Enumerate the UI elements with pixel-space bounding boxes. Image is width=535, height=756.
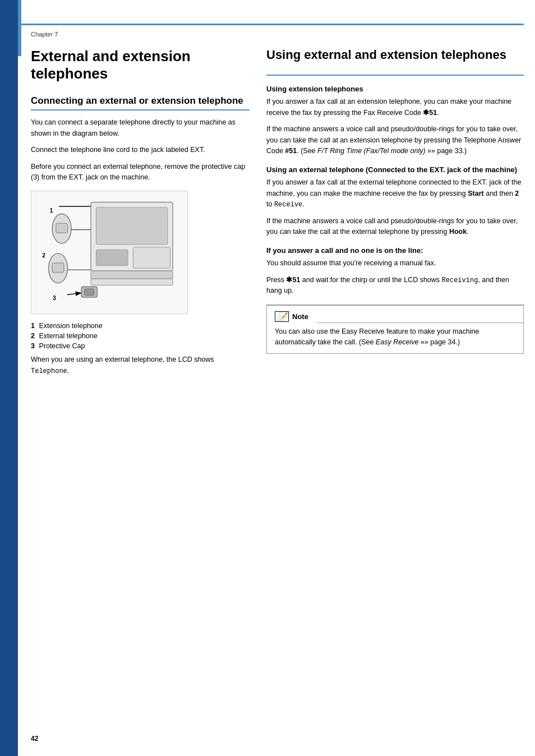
right-sub3-para2: Press ✱51 and wait for the chirp or unti… bbox=[266, 275, 524, 297]
list-label-3: Protective Cap bbox=[39, 342, 85, 350]
left-column: External and extension telephones Connec… bbox=[31, 48, 250, 382]
section-heading-connecting: Connecting an external or extension tele… bbox=[31, 95, 250, 110]
chapter-label: Chapter 7 bbox=[31, 31, 524, 38]
right-sub1-para2: If the machine answers a voice call and … bbox=[266, 124, 524, 156]
diagram-box: 1 2 3 bbox=[31, 191, 188, 314]
svg-line-17 bbox=[67, 293, 81, 295]
note-text: You can also use the Easy Receive featur… bbox=[275, 326, 515, 348]
list-num-2: 2 bbox=[31, 332, 35, 340]
right-sub1-para2-text: If the machine answers a voice call and … bbox=[266, 125, 521, 155]
sub-heading-no-one: If you answer a call and no one is on th… bbox=[266, 246, 524, 255]
note-text-content: You can also use the Easy Receive featur… bbox=[275, 328, 479, 346]
svg-rect-8 bbox=[56, 223, 68, 233]
right-sub3-para1: You should assume that you’re receiving … bbox=[266, 258, 524, 269]
svg-text:3: 3 bbox=[53, 295, 56, 301]
right-sub2-para2: If the machine answers a voice call and … bbox=[266, 216, 524, 238]
left-para4-after: . bbox=[67, 367, 69, 375]
page-number: 42 bbox=[31, 735, 38, 743]
list-item-3: 3 Protective Cap bbox=[31, 342, 250, 350]
left-para1: You can connect a separate telephone dir… bbox=[31, 117, 250, 139]
note-icon: 📝 bbox=[275, 311, 289, 322]
list-num-3: 3 bbox=[31, 342, 35, 350]
list-label-2: External telephone bbox=[39, 332, 97, 340]
svg-rect-16 bbox=[85, 289, 94, 295]
svg-rect-12 bbox=[52, 263, 64, 273]
note-line bbox=[317, 322, 523, 323]
diagram-svg: 1 2 3 bbox=[37, 197, 182, 308]
note-header: 📝 Note bbox=[275, 311, 515, 322]
sub-heading-external: Using an external telephone (Connected t… bbox=[266, 165, 524, 174]
left-para4-before: When you are using an external telephone… bbox=[31, 356, 214, 363]
sidebar-strip bbox=[0, 0, 18, 756]
main-title-left: External and extension telephones bbox=[31, 48, 250, 82]
right-sub2-para2-text: If the machine answers a voice call and … bbox=[266, 217, 518, 236]
right-sub1-para1-text: If you answer a fax call at an extension… bbox=[266, 98, 511, 116]
left-para3: Before you connect an external telephone… bbox=[31, 162, 250, 183]
right-sub1-para1: If you answer a fax call at an extension… bbox=[266, 96, 524, 118]
left-para4: When you are using an external telephone… bbox=[31, 354, 250, 376]
left-para2: Connect the telephone line cord to the j… bbox=[31, 145, 250, 155]
note-box: 📝 Note You can also use the Easy Receive… bbox=[266, 305, 524, 354]
list-item-1: 1 Extension telephone bbox=[31, 322, 250, 330]
sidebar-accent bbox=[18, 0, 21, 56]
svg-rect-4 bbox=[133, 247, 170, 269]
sub-heading-extension: Using extension telephones bbox=[266, 85, 524, 93]
right-sub2-para1: If you answer a fax call at the external… bbox=[266, 177, 524, 210]
list-item-2: 2 External telephone bbox=[31, 332, 250, 340]
list-num-1: 1 bbox=[31, 322, 35, 330]
svg-rect-5 bbox=[91, 271, 173, 279]
svg-text:2: 2 bbox=[42, 253, 45, 259]
right-column: Using external and extension telephones … bbox=[266, 48, 524, 354]
right-sub2-para1-text: If you answer a fax call at the external… bbox=[266, 178, 521, 208]
left-para4-code: Telephone bbox=[31, 367, 67, 375]
svg-rect-3 bbox=[96, 250, 128, 266]
note-label: Note bbox=[292, 312, 308, 321]
main-title-right: Using external and extension telephones bbox=[266, 48, 524, 62]
right-sub3-para2-text: Press ✱51 and wait for the chirp or unti… bbox=[266, 276, 509, 295]
right-title-rule bbox=[266, 75, 524, 76]
svg-rect-6 bbox=[91, 279, 173, 285]
numbered-list: 1 Extension telephone 2 External telepho… bbox=[31, 322, 250, 350]
svg-text:1: 1 bbox=[49, 208, 53, 214]
list-label-1: Extension telephone bbox=[39, 322, 102, 330]
svg-rect-2 bbox=[96, 208, 167, 245]
